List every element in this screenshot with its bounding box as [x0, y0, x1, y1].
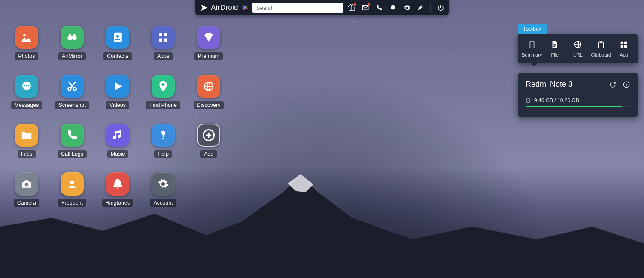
app-icon	[619, 39, 629, 50]
premium-icon	[197, 26, 220, 49]
toolbox-file[interactable]: File	[544, 39, 566, 57]
app-find-phone[interactable]: Find Phone	[144, 75, 182, 109]
svg-rect-11	[159, 39, 162, 42]
app-contacts[interactable]: Contacts	[99, 26, 137, 60]
app-discovery[interactable]: Discovery	[190, 75, 228, 109]
toolbox-label: Summary	[522, 52, 542, 57]
device-name: Redmi Note 3	[526, 80, 573, 89]
toolbox-url[interactable]: URL	[567, 39, 589, 57]
app-label: Apps	[154, 52, 173, 60]
svg-rect-12	[164, 39, 168, 42]
svg-point-8	[116, 35, 119, 37]
app-label: Premium	[194, 52, 223, 60]
airdroid-logo-icon	[200, 3, 208, 12]
toolbox-tab[interactable]: Toolbox	[518, 24, 547, 34]
app-camera[interactable]: Camera	[8, 172, 46, 207]
app-airmirror[interactable]: AirMirror	[53, 26, 91, 60]
app-screenshot[interactable]: Screenshot	[53, 75, 91, 109]
svg-rect-10	[164, 33, 168, 36]
app-label: Ringtones	[102, 199, 133, 207]
toolbox-label: App	[620, 52, 628, 57]
camera-icon	[15, 172, 38, 196]
app-label: AirMirror	[58, 52, 86, 60]
svg-point-18	[73, 88, 76, 91]
bell-icon[interactable]	[389, 4, 397, 12]
app-music[interactable]: Music	[99, 124, 137, 158]
app-frequent[interactable]: Frequent	[53, 172, 91, 207]
airmirror-icon	[61, 26, 84, 49]
svg-rect-5	[69, 34, 71, 36]
apps-icon	[152, 26, 175, 49]
power-icon[interactable]	[437, 4, 444, 12]
app-apps[interactable]: Apps	[144, 26, 182, 60]
svg-rect-6	[73, 34, 76, 36]
storage-bar	[526, 106, 630, 107]
app-label: Photos	[15, 52, 39, 60]
svg-point-17	[68, 88, 71, 91]
svg-rect-31	[621, 45, 623, 48]
call-logs-icon	[61, 124, 84, 147]
pencil-icon[interactable]	[416, 4, 424, 12]
device-storage-icon	[526, 97, 531, 103]
gift-icon[interactable]	[348, 4, 355, 12]
app-photos[interactable]: Photos	[8, 26, 46, 60]
app-call-logs[interactable]: Call Logs	[53, 124, 91, 158]
app-label: Videos	[106, 101, 129, 109]
app-label: Music	[107, 150, 128, 158]
svg-rect-29	[621, 42, 623, 44]
summary-icon	[527, 39, 537, 50]
app-label: Frequent	[58, 199, 86, 207]
screenshot-icon	[61, 75, 84, 98]
app-help[interactable]: Help	[144, 124, 182, 158]
app-label: Call Logs	[58, 150, 87, 158]
mail-icon[interactable]	[361, 4, 369, 12]
toolbox-clipboard[interactable]: Clipboard	[590, 39, 612, 57]
account-icon	[152, 172, 175, 196]
toolbox-summary[interactable]: Summary	[521, 39, 543, 57]
app-videos[interactable]: Videos	[99, 75, 137, 109]
contacts-icon	[106, 26, 129, 49]
refresh-icon[interactable]	[609, 81, 617, 88]
brand[interactable]: AirDroid	[200, 3, 238, 12]
ringtones-icon	[106, 172, 129, 196]
videos-icon	[106, 75, 129, 98]
info-icon[interactable]	[623, 81, 630, 88]
storage-text: 9.46 GB / 10.26 GB	[534, 97, 579, 103]
app-add[interactable]: Add	[190, 124, 228, 158]
app-label: Discovery	[194, 101, 224, 109]
app-label: Messages	[11, 101, 43, 109]
toolbox-app[interactable]: App	[613, 39, 635, 57]
app-account[interactable]: Account	[144, 172, 182, 207]
app-ringtones[interactable]: Ringtones	[99, 172, 137, 207]
toolbox-label: URL	[573, 52, 583, 57]
svg-point-14	[24, 85, 25, 86]
phone-icon[interactable]	[375, 4, 383, 12]
storage-fill	[526, 106, 622, 107]
app-label: Camera	[14, 199, 39, 207]
app-files[interactable]: Files	[8, 124, 46, 158]
app-label: Add	[200, 150, 217, 158]
music-icon	[106, 124, 129, 147]
app-label: Help	[154, 150, 172, 158]
svg-point-15	[26, 85, 27, 86]
find-phone-icon	[152, 75, 175, 98]
frequent-icon	[61, 172, 84, 196]
gear-icon[interactable]	[403, 4, 410, 12]
toolbar-icons	[348, 3, 444, 12]
device-panel: Redmi Note 3 9.46 GB / 10.26 GB	[518, 73, 638, 117]
svg-point-19	[162, 83, 165, 86]
discovery-icon	[197, 75, 220, 98]
app-label: Account	[150, 199, 176, 207]
app-premium[interactable]: Premium	[190, 26, 228, 60]
svg-rect-30	[624, 42, 627, 44]
file-icon	[550, 39, 560, 50]
search-input[interactable]	[252, 3, 343, 13]
app-label: Files	[18, 150, 36, 158]
app-label: Screenshot	[55, 101, 89, 109]
app-messages[interactable]: Messages	[8, 75, 46, 109]
play-store-icon[interactable]	[243, 5, 249, 11]
toolbox-arrow	[531, 63, 538, 70]
messages-icon	[15, 75, 38, 98]
app-label: Find Phone	[146, 101, 180, 109]
files-icon	[15, 124, 38, 147]
